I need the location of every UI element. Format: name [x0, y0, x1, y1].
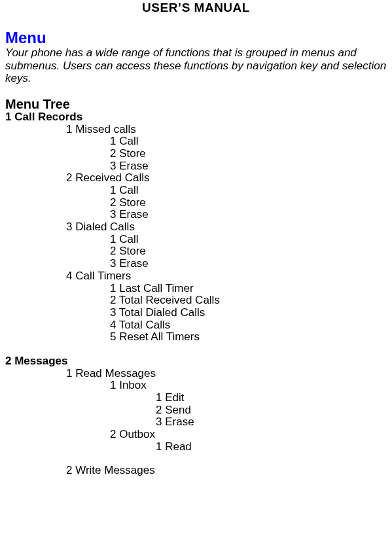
item-call-timers: 4 Call Timers [5, 270, 387, 283]
item-missed-call-call: 1 Call [5, 135, 387, 148]
item-read-messages: 1 Read Messages [5, 368, 387, 380]
heading-menu: Menu [5, 29, 387, 46]
item-missed-call-store: 2 Store [5, 148, 387, 160]
item-inbox: 1 Inbox [5, 380, 387, 392]
item-inbox-send: 2 Send [5, 404, 387, 417]
item-total-dialed-calls: 3 Total Dialed Calls [5, 307, 387, 319]
item-reset-all-timers: 5 Reset All Timers [5, 331, 387, 344]
item-total-received-calls: 2 Total Received Calls [5, 294, 387, 307]
item-inbox-erase: 3 Erase [5, 416, 387, 429]
item-last-call-timer: 1 Last Call Timer [5, 283, 387, 295]
intro-text: Your phone has a wide range of functions… [5, 46, 387, 85]
blank-gap [5, 453, 387, 465]
item-dialed-call-call: 1 Call [5, 234, 387, 246]
item-received-call-store: 2 Store [5, 197, 387, 209]
item-dialed-calls: 3 Dialed Calls [5, 221, 387, 234]
item-outbox: 2 Outbox [5, 429, 387, 441]
page-title: USER’S MANUAL [5, 1, 387, 15]
item-inbox-edit: 1 Edit [5, 392, 387, 404]
section-call-records: 1 Call Records [5, 111, 387, 124]
item-total-calls: 4 Total Calls [5, 319, 387, 332]
heading-menu-tree: Menu Tree [5, 97, 387, 111]
item-dialed-call-store: 2 Store [5, 245, 387, 258]
section-messages: 2 Messages [5, 355, 387, 368]
item-dialed-call-erase: 3 Erase [5, 258, 387, 270]
item-missed-call-erase: 3 Erase [5, 160, 387, 173]
item-write-messages: 2 Write Messages [5, 465, 387, 477]
item-received-calls: 2 Received Calls [5, 172, 387, 185]
item-received-call-erase: 3 Erase [5, 209, 387, 221]
item-missed-calls: 1 Missed calls [5, 124, 387, 136]
item-outbox-read: 1 Read [5, 441, 387, 453]
item-received-call-call: 1 Call [5, 185, 387, 197]
manual-page: USER’S MANUAL Menu Your phone has a wide… [0, 0, 392, 482]
